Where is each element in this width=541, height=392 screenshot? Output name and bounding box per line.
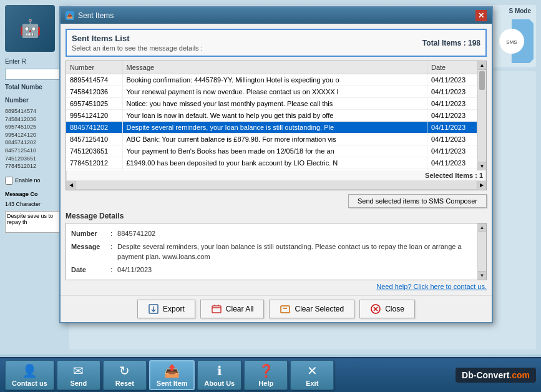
db-convert-logo: Db-Convert.com [456,368,536,383]
sent-items-table: Number Message Date 8895414574 Booking c… [66,61,477,170]
dialog-icon: 📤 [66,11,74,20]
taskbar-label-send: Send [70,380,87,387]
number-detail-colon: : [110,228,112,239]
svg-text:SMS: SMS [506,39,517,45]
cell-number: 9954124120 [66,110,122,122]
msg-scroll-down[interactable]: ▼ [478,271,486,280]
clear-all-button[interactable]: Clear All [200,300,265,318]
taskbar-icon-send: ✉ [73,363,84,378]
export-button[interactable]: Export [137,300,195,318]
table-row[interactable]: 7784512012 £1949.00 has been deposited t… [66,157,477,169]
cell-message: Your payment to Ben's Books has been mad… [122,145,427,157]
cell-date: 04/11/2023 [427,98,477,110]
sent-items-subtitle: Select an item to see the message detail… [72,44,203,52]
taskbar-buttons: 👤 Contact us ✉ Send ↻ Reset 📤 Sent Item … [5,360,334,390]
send-selected-button[interactable]: Send selected items to SMS Composer [348,194,487,208]
taskbar-btn-exit[interactable]: ✕ Exit [290,360,334,390]
clear-all-label: Clear All [226,305,254,313]
cell-date: 04/11/2023 [427,145,477,157]
taskbar-btn-about-us[interactable]: ℹ About Us [197,360,241,390]
cell-number: 7451203651 [66,145,122,157]
table-wrapper[interactable]: Number Message Date 8895414574 Booking c… [66,61,477,170]
cell-message: £1949.00 has been deposited to your bank… [122,157,427,169]
number-list: 8895414574 7458412036 6957451025 9954124… [5,107,64,170]
table-row[interactable]: 9954124120 Your loan is now in default. … [66,110,477,122]
cell-date: 04/11/2023 [427,110,477,122]
taskbar-btn-help[interactable]: ❓ Help [244,360,288,390]
cell-message: Your account balance is about to exceed … [122,169,427,171]
taskbar-icon-exit: ✕ [307,363,318,378]
taskbar-icon-reset: ↻ [119,363,130,378]
app-logo: 🤖 [5,5,55,52]
dialog-body: Sent Items List Select an item to see th… [61,24,492,295]
taskbar-btn-send[interactable]: ✉ Send [57,360,100,390]
taskbar-label-contact-us: Contact us [12,380,47,387]
h-scroll-right[interactable]: ▶ [477,181,485,190]
taskbar-label-reset: Reset [115,380,134,387]
taskbar-label-about-us: About Us [204,380,235,387]
taskbar-btn-reset[interactable]: ↻ Reset [103,360,147,390]
enable-checkbox[interactable] [5,177,13,185]
cell-number: 7484512014 [66,169,122,171]
cell-number: 7458412036 [66,86,122,98]
taskbar: 👤 Contact us ✉ Send ↻ Reset 📤 Sent Item … [0,357,541,392]
msg-scroll-up[interactable]: ▲ [478,223,486,232]
col-header-message: Message [122,61,427,74]
dialog-title: Sent Items [78,11,114,20]
cell-message: Your loan is now in default. We want to … [122,110,427,122]
total-items-count: Total Items : 198 [422,39,480,47]
send-selected-area: Send selected items to SMS Composer [66,194,487,208]
table-row[interactable]: 7458412036 Your renewal payment is now o… [66,86,477,98]
msg-scroll-track[interactable] [478,232,486,271]
taskbar-label-sent-item: Sent Item [157,380,188,387]
cell-date: 04/11/2023 [427,86,477,98]
taskbar-btn-contact-us[interactable]: 👤 Contact us [5,360,54,390]
horizontal-scrollbar[interactable]: ◀ ▶ [66,181,486,190]
dialog-buttons: Export Clear All Clear Selected Close [61,295,492,322]
taskbar-btn-sent-item[interactable]: 📤 Sent Item [149,360,195,390]
h-scroll-left[interactable]: ◀ [67,181,76,190]
svg-rect-5 [212,306,221,313]
taskbar-label-exit: Exit [306,380,318,387]
enter-r-input[interactable] [5,69,64,80]
h-scroll-track[interactable] [76,181,477,189]
cell-date: 04/11/2023 [427,134,477,145]
table-row[interactable]: 8845741202 Despite several reminders, yo… [66,122,477,134]
cell-number: 8895414574 [66,74,122,86]
sent-items-list-title: Sent Items List [72,34,203,43]
vertical-scrollbar[interactable]: ▲ ▼ [477,61,486,170]
enable-label: Enable no [15,177,41,184]
table-row[interactable]: 6957451025 Notice: you have missed your … [66,98,477,110]
message-details-title: Message Details [66,212,487,220]
table-row[interactable]: 7451203651 Your payment to Ben's Books h… [66,145,477,157]
message-detail-value: Despite several reminders, your loan bal… [117,242,481,262]
scroll-up-button[interactable]: ▲ [478,61,486,70]
number-detail-label: Number [71,228,105,239]
table-scroll-area: Number Message Date 8895414574 Booking c… [66,61,486,170]
dialog-close-button[interactable]: ✕ [475,10,487,21]
message-co-label: Message Co [5,191,64,197]
scroll-thumb[interactable] [478,70,486,162]
date-detail-label: Date [71,265,105,275]
number-col-label: Number [5,97,64,104]
message-detail-colon: : [110,242,112,262]
close-label: Close [385,305,404,313]
message-details-scrollbar[interactable]: ▲ ▼ [477,223,486,280]
cell-date: 04/11/2023 [427,122,477,134]
clear-selected-icon [280,303,291,315]
sent-items-header: Sent Items List Select an item to see th… [66,29,487,57]
dialog-title-left: 📤 Sent Items [66,11,114,20]
clear-selected-button[interactable]: Clear Selected [269,300,354,318]
close-button[interactable]: Close [359,300,415,318]
main-window: 📱 DRPU Bulk SMS (Professional) _ □ ✕ 🤖 E… [0,0,541,392]
scroll-thumb-inner [479,71,485,90]
table-row[interactable]: 8457125410 ABC Bank: Your current balanc… [66,134,477,145]
table-row[interactable]: 7484512014 Your account balance is about… [66,169,477,171]
table-row[interactable]: 8895414574 Booking confirmation: 4445789… [66,74,477,86]
scroll-down-button[interactable]: ▼ [478,162,486,170]
help-link[interactable]: Need help? Click here to contact us. [66,283,487,290]
cell-date: 04/11/2023 [427,169,477,171]
cell-message: Your renewal payment is now overdue. Ple… [122,86,427,98]
cell-message: Notice: you have missed your last monthl… [122,98,427,110]
date-detail-value: 04/11/2023 [117,265,152,275]
